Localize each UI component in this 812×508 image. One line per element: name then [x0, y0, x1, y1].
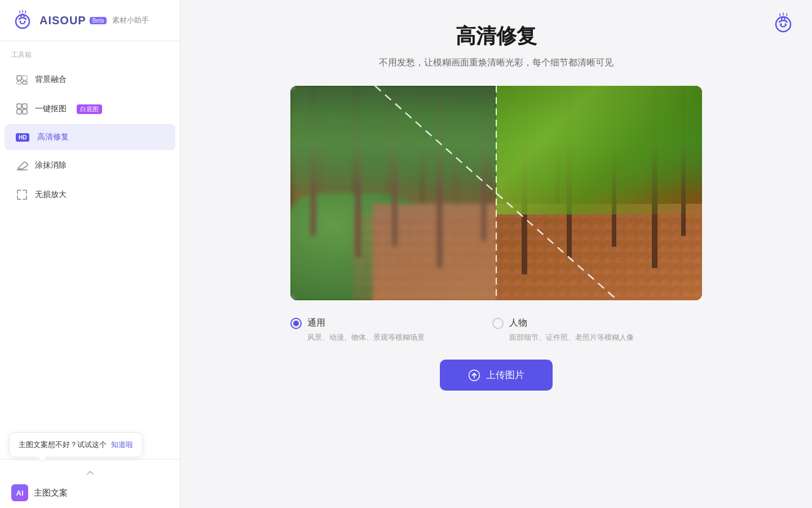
main-content: 高清修复 不用发愁，让模糊画面重焕清晰光彩，每个细节都清晰可见	[180, 0, 812, 508]
toolbar-label: 工具箱	[0, 41, 180, 64]
white-bg-badge: 白底图	[77, 104, 102, 114]
upload-button-label: 上传图片	[486, 369, 524, 382]
app-subtitle: 素材小助手	[112, 15, 149, 25]
hd-fix-label: 高清修复	[37, 132, 69, 142]
sidebar-item-one-key[interactable]: 一键抠图 白底图	[5, 95, 175, 123]
radio-option-portrait[interactable]: 人物 面部细节、证件照、老照片等模糊人像	[492, 317, 634, 343]
erase-icon	[16, 159, 28, 172]
sidebar-item-lossless[interactable]: 无损放大	[5, 181, 175, 209]
sidebar-bottom: AI 主图文案	[0, 459, 180, 508]
lossless-icon	[16, 189, 28, 201]
logo-text: AISOUP	[39, 14, 86, 27]
sidebar-item-erase[interactable]: 涂抹消除	[5, 151, 175, 179]
one-key-icon	[16, 103, 28, 115]
radio-portrait-desc: 面部细节、证件照、老照片等模糊人像	[492, 332, 634, 343]
svg-rect-8	[23, 104, 27, 108]
nav-items: 背景融合 一键抠图 白底图 HD 高清修复 涂抹消除	[0, 64, 180, 459]
foliage-right	[496, 86, 702, 214]
svg-point-11	[776, 17, 791, 32]
image-preview-container	[290, 86, 702, 300]
radio-option-general[interactable]: 通用 风景、动漫、物体、景观等模糊场景	[290, 317, 425, 343]
svg-point-12	[780, 23, 782, 25]
lossless-label: 无损放大	[35, 190, 67, 200]
collapse-button[interactable]	[11, 466, 169, 480]
radio-general-circle[interactable]	[290, 318, 302, 329]
top-right-logo-icon	[771, 11, 795, 35]
svg-point-1	[20, 21, 21, 23]
sidebar-item-hd-fix[interactable]: HD 高清修复	[5, 124, 175, 150]
tooltip-link[interactable]: 知道啦	[111, 440, 133, 450]
ai-icon: AI	[11, 484, 28, 501]
svg-rect-5	[17, 81, 21, 84]
radio-portrait-circle[interactable]	[492, 318, 504, 329]
svg-rect-10	[23, 110, 27, 114]
svg-rect-6	[23, 81, 27, 84]
radio-general-top: 通用	[290, 317, 425, 329]
svg-rect-3	[17, 76, 21, 80]
bottom-tooltip: 主图文案想不好？试试这个 知道啦	[9, 432, 143, 457]
radio-portrait-top: 人物	[492, 317, 634, 329]
chevron-up-icon	[86, 468, 95, 478]
main-copy-label: 主图文案	[34, 488, 68, 498]
bg-merge-icon	[16, 73, 28, 86]
radio-group: 通用 风景、动漫、物体、景观等模糊场景 人物 面部细节、证件照、老照片等模糊人像	[290, 317, 702, 343]
blur-half	[290, 86, 496, 300]
tooltip-text: 主图文案想不好？试试这个	[19, 440, 107, 450]
upload-icon	[468, 369, 480, 382]
radio-general-desc: 风景、动漫、物体、景观等模糊场景	[290, 332, 425, 343]
svg-rect-4	[23, 76, 27, 80]
image-preview	[290, 86, 702, 300]
radio-portrait-label: 人物	[509, 317, 527, 329]
svg-point-13	[784, 23, 787, 25]
sidebar-header: AISOUP Beta 素材小助手	[0, 0, 180, 41]
svg-rect-9	[17, 110, 21, 114]
radio-general-label: 通用	[307, 317, 325, 329]
main-copy-button[interactable]: AI 主图文案	[11, 484, 169, 501]
sidebar-item-bg-merge[interactable]: 背景融合	[5, 65, 175, 94]
logo-icon	[11, 9, 34, 32]
beta-badge: Beta	[90, 17, 107, 24]
erase-label: 涂抹消除	[35, 160, 67, 170]
svg-rect-7	[17, 104, 21, 108]
bg-merge-label: 背景融合	[35, 75, 67, 85]
tooltip-arrow	[38, 457, 47, 461]
upload-button[interactable]: 上传图片	[440, 360, 553, 391]
ai-label: AI	[16, 489, 24, 497]
svg-point-0	[16, 15, 29, 28]
page-title: 高清修复	[456, 23, 537, 50]
logo-text-container: AISOUP Beta 素材小助手	[39, 14, 149, 27]
hd-badge: HD	[16, 133, 29, 142]
one-key-label: 一键抠图	[35, 104, 67, 114]
sidebar: AISOUP Beta 素材小助手 工具箱 背景融合 一键抠图	[0, 0, 180, 508]
page-subtitle: 不用发愁，让模糊画面重焕清晰光彩，每个细节都清晰可见	[379, 57, 614, 69]
svg-point-2	[24, 21, 26, 23]
